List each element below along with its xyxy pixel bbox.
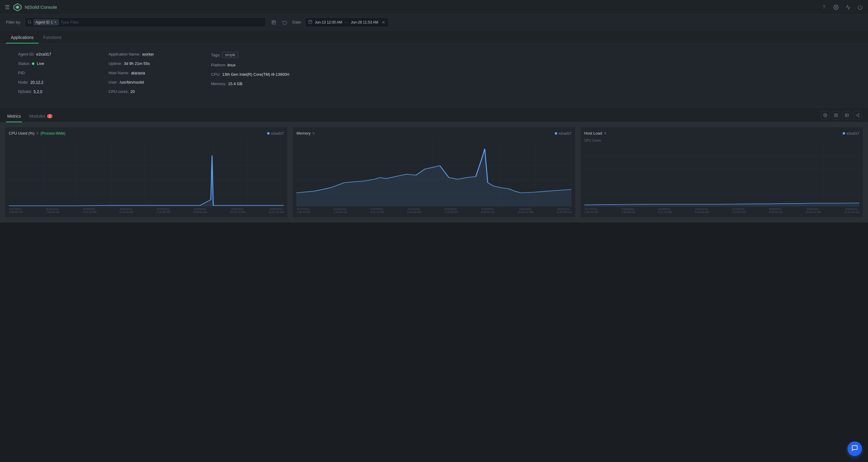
agent-status-value: Live <box>37 61 44 66</box>
mem-label-4: 6/22/2024,5:43:30 AM <box>407 208 421 214</box>
filter-input-wrapper[interactable]: Agent ID 1 ✕ Type Filter <box>25 18 266 27</box>
hl-label-3: 6/20/2024,4:11:15 PM <box>658 208 672 214</box>
save-filter-button[interactable] <box>270 18 278 27</box>
tab-functions[interactable]: Functions <box>39 32 67 44</box>
nsolid-logo-icon <box>13 3 22 11</box>
agent-user-value: /usr/bin/nsolid <box>120 80 144 85</box>
date-range-picker[interactable]: Jun-13 12:00 AM — Jun-28 11:53 AM ✕ <box>305 18 389 27</box>
cpu-legend-label: e2ca317 <box>271 132 284 135</box>
cpu-label-6: 6/25/2024,8:48:00 AM <box>193 208 207 214</box>
svg-rect-28 <box>845 114 849 117</box>
agent-cpu-field: CPU: 13th Gen Intel(R) Core(TM) i9-13900… <box>211 72 850 77</box>
metrics-section: Metrics Modules 2 <box>0 108 868 222</box>
settings-icon[interactable] <box>833 4 839 10</box>
hostload-sort-icon[interactable]: ⇅ <box>604 132 606 135</box>
grid-view-button[interactable] <box>832 111 840 119</box>
hostload-chart-title-wrap: Host Load ⇅ <box>584 131 606 136</box>
cpu-label-1: 6/17/2024,1:06:45 PM <box>9 208 23 214</box>
hostload-legend-label: e2ca317 <box>846 132 859 135</box>
agent-cpucores-field: CPU cores: 20 <box>108 89 199 94</box>
agent-node-field: Node: 20.12.2 <box>18 80 96 85</box>
filter-tag-remove[interactable]: ✕ <box>54 20 57 24</box>
agent-hostname-value[interactable]: ataraxia <box>131 70 145 75</box>
agent-col1: Agent ID: e2ca317 Status: Live PID: Node… <box>18 52 96 99</box>
agent-uptime-label: Uptime: <box>108 61 122 66</box>
power-icon[interactable] <box>857 4 863 10</box>
modules-count-badge: 2 <box>47 114 53 118</box>
svg-rect-10 <box>309 20 312 24</box>
table-view-button[interactable] <box>843 111 851 119</box>
agent-nsolid-value[interactable]: 5.2.0 <box>33 89 42 94</box>
hostload-chart-header: Host Load ⇅ e2ca317 <box>584 131 859 136</box>
filter-bar: Filter by: Agent ID 1 ✕ Type Filter Date… <box>0 15 868 30</box>
hl-label-6: 6/25/2024,8:48:00 AM <box>769 208 783 214</box>
cpu-label-4: 6/22/2024,5:43:30 AM <box>119 208 133 214</box>
filter-by-label: Filter by: <box>6 20 21 24</box>
memory-sort-icon[interactable]: ⇅ <box>312 132 315 135</box>
memory-legend-dot <box>555 132 557 135</box>
cpu-sort-icon[interactable]: ⇅ <box>36 132 39 135</box>
memory-legend-label: e2ca317 <box>559 132 571 135</box>
cpu-chart-svg <box>9 139 284 206</box>
history-filter-button[interactable] <box>280 18 289 27</box>
agent-appname-value[interactable]: worker <box>142 52 154 56</box>
mem-label-5: 6/23/2024,7:15:45 PM <box>444 208 458 214</box>
mem-label-8: 6/28/2024,11:52:30 AM <box>556 208 571 214</box>
date-label: Date: <box>292 20 302 24</box>
agent-appname-label: Application Name: <box>108 52 141 56</box>
agent-tag-badge[interactable]: simple <box>222 52 238 58</box>
cpu-label-2: 6/19/2024,2:39:00 AM <box>46 208 60 214</box>
date-section: Date: Jun-13 12:00 AM — Jun-28 11:53 AM … <box>292 18 389 27</box>
agent-cpu-value: 13th Gen Intel(R) Core(TM) i9-13900H <box>222 72 289 77</box>
agent-node-label: Node: <box>18 80 29 85</box>
cpu-chart-legend: e2ca317 <box>267 132 284 135</box>
svg-rect-8 <box>273 21 274 23</box>
hostload-chart-legend: e2ca317 <box>843 132 859 135</box>
svg-marker-64 <box>297 149 571 206</box>
agent-cpu-label: CPU: <box>211 72 220 77</box>
chat-bubble-button[interactable] <box>847 441 862 456</box>
memory-chart-card: Memory ⇅ e2ca317 <box>292 127 575 218</box>
cpu-chart-title: CPU Used (%) <box>9 131 34 136</box>
agent-status-label: Status: <box>18 61 30 66</box>
filter-placeholder-text: Type Filter <box>61 20 79 24</box>
agent-id-field: Agent ID: e2ca317 <box>18 52 96 56</box>
hamburger-menu[interactable]: ☰ <box>5 4 10 10</box>
svg-rect-27 <box>836 116 838 117</box>
memory-chart-title: Memory <box>297 131 311 136</box>
tab-modules[interactable]: Modules 2 <box>28 111 54 122</box>
agent-cpucores-value: 20 <box>130 89 134 94</box>
memory-chart-title-wrap: Memory ⇅ <box>297 131 315 136</box>
help-icon[interactable]: ? <box>821 4 827 10</box>
agent-platform-label: Platform <box>211 63 225 67</box>
svg-rect-15 <box>825 115 826 116</box>
cpu-chart-area <box>9 139 284 206</box>
agent-tags-label: Tags: <box>211 53 220 57</box>
hl-label-1: 6/17/2024,1:06:45 PM <box>584 208 598 214</box>
metrics-toolbar <box>821 111 862 122</box>
hostload-chart-title: Host Load <box>584 131 602 136</box>
memory-chart-legend: e2ca317 <box>555 132 571 135</box>
agent-memory-field: Memory: 15.4 GB <box>211 82 850 86</box>
hl-label-5: 6/23/2024,7:15:45 PM <box>732 208 746 214</box>
tab-metrics[interactable]: Metrics <box>6 111 22 122</box>
agent-uptime-field: Uptime: 3d 9h 21m 55s <box>108 61 199 66</box>
cpu-view-button[interactable] <box>821 111 829 119</box>
graph-icon[interactable] <box>845 4 851 10</box>
agent-hostname-label: Host Name: <box>108 70 129 75</box>
modules-tab-label: Modules <box>29 114 45 119</box>
tab-applications[interactable]: Applications <box>6 32 39 44</box>
agent-node-value[interactable]: 20.12.2 <box>30 80 43 85</box>
memory-chart-area <box>297 139 571 206</box>
svg-rect-24 <box>835 114 836 115</box>
svg-line-35 <box>857 116 858 116</box>
agent-status-field: Status: Live <box>18 61 96 66</box>
date-range-close-button[interactable]: ✕ <box>382 20 385 25</box>
svg-rect-14 <box>824 114 827 116</box>
filter-tag[interactable]: Agent ID 1 ✕ <box>33 19 59 25</box>
branch-view-button[interactable] <box>854 111 862 119</box>
cpu-chart-header: CPU Used (%) ⇅ (Process-Wide) e2ca317 <box>9 131 284 136</box>
svg-line-6 <box>30 23 31 24</box>
search-icon <box>27 20 32 25</box>
svg-point-34 <box>858 116 860 117</box>
